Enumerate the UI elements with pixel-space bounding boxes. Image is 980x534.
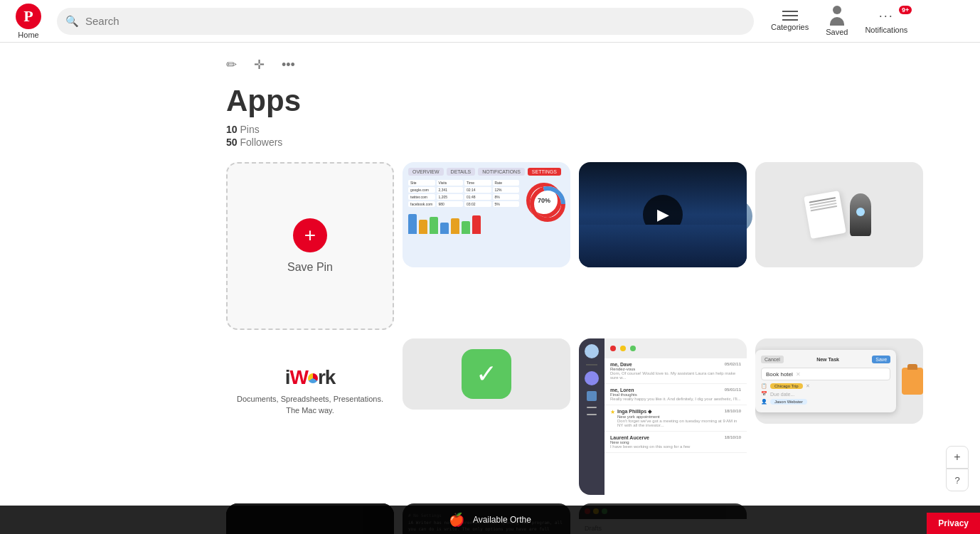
- person-icon: [827, 6, 847, 26]
- board-title: Apps: [226, 84, 980, 118]
- move-icon[interactable]: ✛: [254, 57, 265, 73]
- rocket-icon: [850, 193, 871, 236]
- home-label: Home: [18, 31, 38, 39]
- dash-tab-notif: NOTIFICATIONS: [478, 168, 525, 176]
- main-content: ✏ ✛ ••• Apps 10 Pins 50 Followers + 👤: [0, 43, 980, 534]
- save-pin-label: Save Pin: [287, 261, 333, 274]
- logo-home[interactable]: P Home: [11, 4, 46, 39]
- zoom-help-button[interactable]: ?: [946, 469, 969, 491]
- pins-stat: 10 Pins: [226, 124, 980, 135]
- email-item-3[interactable]: ★ Inga Phillips ◆ 18/10/10 New york appo…: [604, 405, 747, 432]
- video-pin[interactable]: ▶: [579, 162, 747, 267]
- rocket-pin[interactable]: [755, 162, 923, 267]
- clipboard-icon: [902, 368, 923, 395]
- notification-badge: 9+: [899, 6, 912, 14]
- notifications-nav[interactable]: ··· 9+ Notifications: [865, 9, 907, 34]
- edit-icon[interactable]: ✏: [226, 57, 237, 73]
- rocket-window: [856, 208, 865, 216]
- saved-nav[interactable]: Saved: [826, 6, 848, 36]
- search-icon: 🔍: [65, 15, 79, 28]
- email-list: me, Dave 05/02/11 Rendez-vous Dom, Of co…: [604, 338, 747, 495]
- search-container: 🔍: [57, 8, 754, 35]
- search-input[interactable]: [57, 8, 754, 35]
- saved-label: Saved: [826, 28, 848, 36]
- zoom-in-button[interactable]: +: [946, 446, 969, 469]
- dash-tab-settings: SETTINGS: [528, 168, 561, 176]
- task-title: New Task: [816, 357, 839, 362]
- email-item-1[interactable]: me, Dave 05/02/11 Rendez-vous Dom, Of co…: [604, 358, 747, 384]
- email-item-2[interactable]: me, Loren 05/01/11 Final thoughts Really…: [604, 384, 747, 405]
- categories-label: Categories: [771, 23, 809, 31]
- email-inner: me, Dave 05/02/11 Rendez-vous Dom, Of co…: [579, 338, 747, 495]
- notifications-icon: ···: [879, 9, 894, 23]
- task-person-tag: Jason Webster: [770, 399, 807, 405]
- task-pin[interactable]: Cancel New Task Save Book hotel ✕ 📋 Chic…: [755, 338, 923, 424]
- task-cancel-btn[interactable]: Cancel: [761, 356, 784, 363]
- task-header: Cancel New Task Save: [761, 356, 890, 363]
- cloud-icon: [585, 344, 599, 358]
- bottom-app-store-banner[interactable]: 🍎 Available Orthe: [0, 506, 980, 534]
- checkmark-pin[interactable]: ✓: [403, 338, 570, 410]
- iwork-logo: iWrk: [285, 366, 336, 389]
- task-person-row: 👤 Jason Webster: [761, 399, 890, 405]
- rocket-visual: [807, 193, 871, 236]
- email-item-4[interactable]: Laurent Aucerve 18/10/10 New song I have…: [604, 432, 747, 453]
- categories-nav[interactable]: Categories: [771, 11, 809, 31]
- iwork-pin[interactable]: iWrk Documents, Spreadsheets, Presentati…: [226, 338, 394, 444]
- pins-grid: + Save Pin OVERVIEW DETAILS NOTIFICATION…: [0, 162, 980, 534]
- dashboard-pin[interactable]: OVERVIEW DETAILS NOTIFICATIONS SETTINGS …: [403, 162, 570, 267]
- bottom-apple-icon: 🍎: [449, 512, 464, 528]
- task-input-field[interactable]: Book hotel ✕: [761, 368, 890, 380]
- app-header: P Home 🔍 Categories Saved ··· 9+ Notific…: [0, 0, 980, 43]
- dash-table: SiteVisitsTimeRate google.com2,34102:141…: [408, 180, 519, 234]
- task-save-btn[interactable]: Save: [872, 356, 890, 363]
- email-pin[interactable]: me, Dave 05/02/11 Rendez-vous Dom, Of co…: [579, 338, 747, 495]
- privacy-badge[interactable]: Privacy: [927, 513, 980, 534]
- dash-donut-chart: 70%: [526, 183, 562, 218]
- notifications-label: Notifications: [865, 26, 907, 34]
- hamburger-icon: [782, 11, 798, 21]
- task-tag: Chicago Trip: [770, 383, 803, 389]
- task-date-row: 📅 Due date...: [761, 391, 890, 397]
- iwork-subtitle: Documents, Spreadsheets, Presentations. …: [237, 393, 383, 417]
- more-options-icon[interactable]: •••: [282, 58, 295, 73]
- dash-tab-details: DETAILS: [447, 168, 476, 176]
- zoom-controls: + ?: [946, 446, 969, 491]
- board-header: Apps 10 Pins 50 Followers: [0, 78, 980, 162]
- dash-tab-overview: OVERVIEW: [408, 168, 444, 176]
- save-pin-card[interactable]: + Save Pin: [226, 162, 394, 330]
- document-icon: [804, 191, 846, 239]
- checkmark-app-icon: ✓: [462, 349, 511, 399]
- save-pin-plus-icon: +: [293, 218, 327, 252]
- pinterest-logo: P: [16, 4, 41, 29]
- email-sidebar: [579, 338, 604, 495]
- bottom-overlay-text: Available Orthe: [473, 515, 531, 525]
- board-toolbar: ✏ ✛ •••: [0, 43, 980, 78]
- task-inner: Cancel New Task Save Book hotel ✕ 📋 Chic…: [755, 350, 896, 412]
- followers-stat: 50 Followers: [226, 137, 980, 148]
- email-header-bar: [604, 338, 747, 358]
- header-nav: Categories Saved ··· 9+ Notifications: [771, 6, 907, 36]
- task-tag-row: 📋 Chicago Trip ✕: [761, 383, 890, 389]
- board-stats: 10 Pins 50 Followers: [226, 124, 980, 148]
